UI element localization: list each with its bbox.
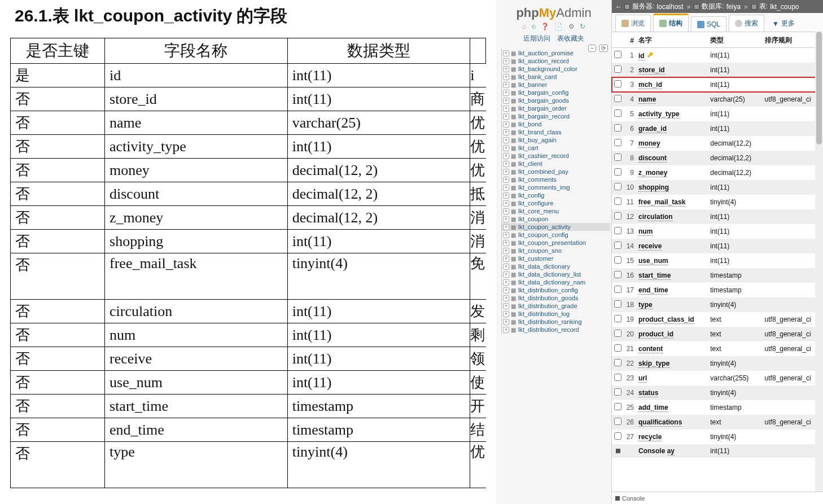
expand-icon[interactable]: + [503, 327, 509, 333]
column-name[interactable]: product_id [638, 330, 673, 339]
name-cell[interactable]: store_id [636, 63, 708, 77]
expand-icon[interactable]: + [503, 256, 509, 262]
row-checkbox[interactable] [614, 388, 621, 396]
row-checkbox[interactable] [614, 198, 621, 205]
name-cell[interactable]: product_id [636, 327, 708, 341]
expand-icon[interactable]: + [503, 200, 509, 207]
col-header-type[interactable]: 类型 [708, 32, 762, 48]
tree-item-lkt_coupon[interactable]: +▦lkt_coupon [502, 215, 610, 223]
column-name[interactable]: grade_id [638, 125, 667, 133]
chk-cell[interactable] [612, 165, 624, 180]
chk-cell[interactable] [612, 77, 624, 92]
console-bar[interactable]: Console [612, 492, 823, 504]
expand-icon[interactable]: + [503, 82, 509, 88]
row-checkbox[interactable] [614, 300, 621, 308]
sql-icon[interactable]: 📄 [554, 23, 563, 30]
chk-cell[interactable] [612, 63, 624, 77]
tree-item-lkt_bank_card[interactable]: +▦lkt_bank_card [502, 73, 610, 81]
column-name[interactable]: skip_type [638, 360, 669, 368]
expand-icon[interactable]: + [503, 279, 509, 286]
name-cell[interactable]: num [636, 224, 708, 239]
col-header-name[interactable]: 名字 [636, 32, 708, 48]
column-name[interactable]: num [638, 227, 653, 236]
tree-item-lkt_combined_pay[interactable]: +▦lkt_combined_pay [502, 168, 610, 176]
column-row[interactable]: Console ayint(11) [612, 444, 823, 458]
tab-sql[interactable]: SQL [691, 16, 726, 32]
tree-item-lkt_bargain_record[interactable]: +▦lkt_bargain_record [502, 112, 610, 120]
expand-icon[interactable]: + [503, 287, 509, 293]
tree-item-lkt_bargain_order[interactable]: +▦lkt_bargain_order [502, 104, 610, 112]
tree-item-lkt_bargain_config[interactable]: +▦lkt_bargain_config [502, 89, 610, 97]
name-cell[interactable]: start_time [636, 268, 708, 283]
chk-cell[interactable] [612, 356, 624, 371]
column-name[interactable]: discount [638, 154, 667, 163]
expand-icon[interactable]: + [503, 232, 509, 238]
name-cell[interactable]: use_num [636, 253, 708, 268]
chk-cell[interactable] [612, 253, 624, 268]
tree-item-lkt_buy_again[interactable]: +▦lkt_buy_again [502, 136, 610, 144]
name-cell[interactable]: id [636, 48, 708, 63]
expand-icon[interactable]: + [503, 208, 509, 214]
chk-cell[interactable] [612, 371, 624, 385]
chk-cell[interactable] [612, 48, 624, 63]
tree-item-lkt_coupon_presentation[interactable]: +▦lkt_coupon_presentation [502, 239, 610, 247]
column-row[interactable]: 13numint(11) [612, 224, 823, 239]
row-checkbox[interactable] [614, 344, 621, 352]
settings-icon[interactable]: ⚙ [568, 23, 575, 30]
recent-link[interactable]: 近期访问 [523, 34, 550, 43]
column-row[interactable]: 22skip_typetinyint(4) [612, 356, 823, 371]
column-row[interactable]: 18typetinyint(4) [612, 297, 823, 312]
expand-icon[interactable]: + [503, 121, 509, 128]
expand-icon[interactable]: + [503, 113, 509, 120]
column-name[interactable]: z_money [638, 169, 667, 177]
name-cell[interactable]: receive [636, 239, 708, 253]
breadcrumb-table[interactable]: lkt_coupo [770, 3, 799, 11]
name-cell[interactable]: activity_type [636, 107, 708, 121]
expand-icon[interactable]: + [503, 98, 509, 104]
docs-icon[interactable]: ❓ [541, 23, 549, 30]
row-checkbox[interactable] [614, 271, 621, 278]
home-icon[interactable]: ⌂ [522, 23, 526, 30]
expand-icon[interactable]: + [503, 185, 509, 191]
tab-structure[interactable]: 结构 [653, 14, 689, 32]
chk-cell[interactable] [612, 92, 624, 107]
column-name[interactable]: store_id [638, 66, 665, 74]
breadcrumb-server[interactable]: localhost [656, 3, 683, 11]
column-row[interactable]: 19product_class_idtextutf8_general_ci [612, 312, 823, 327]
column-row[interactable]: 12circulationint(11) [612, 209, 823, 224]
fav-link[interactable]: 表收藏夹 [557, 34, 584, 43]
row-checkbox[interactable] [614, 168, 621, 176]
expand-icon[interactable]: + [503, 153, 509, 159]
name-cell[interactable]: product_class_id [636, 312, 708, 327]
tab-browse[interactable]: 浏览 [615, 15, 651, 32]
vertical-scrollbar[interactable] [815, 32, 823, 492]
expand-icon[interactable]: + [503, 319, 509, 325]
expand-icon[interactable]: + [503, 295, 509, 301]
chk-cell[interactable] [612, 151, 624, 165]
expand-icon[interactable]: + [503, 74, 509, 80]
name-cell[interactable]: qualifications [636, 415, 708, 430]
tree-item-lkt_bargain_goods[interactable]: +▦lkt_bargain_goods [502, 97, 610, 104]
column-row[interactable]: 27recycletinyint(4) [612, 430, 823, 444]
name-cell[interactable]: discount [636, 151, 708, 165]
column-name[interactable]: recycle [638, 433, 662, 441]
chk-cell[interactable] [612, 209, 624, 224]
tree-item-lkt_distribution_grade[interactable]: +▦lkt_distribution_grade [502, 302, 610, 310]
tree-item-lkt_banner[interactable]: +▦lkt_banner [502, 81, 610, 89]
column-row[interactable]: 11free_mail_tasktinyint(4) [612, 195, 823, 209]
row-checkbox[interactable] [614, 315, 621, 322]
expand-icon[interactable]: + [503, 137, 509, 143]
chk-cell[interactable] [612, 444, 624, 458]
row-checkbox[interactable] [614, 330, 621, 337]
expand-icon[interactable]: + [503, 145, 509, 151]
tree-item-lkt_data_dictionary_nam[interactable]: +▦lkt_data_dictionary_nam [502, 278, 610, 286]
chk-cell[interactable] [612, 415, 624, 430]
row-checkbox[interactable] [614, 418, 621, 425]
name-cell[interactable]: circulation [636, 209, 708, 224]
name-cell[interactable]: shopping [636, 180, 708, 195]
column-row[interactable]: 2store_idint(11) [612, 63, 823, 77]
row-checkbox[interactable] [614, 403, 621, 410]
expand-icon[interactable]: + [503, 58, 509, 64]
tree-item-lkt_coupon_sno[interactable]: +▦lkt_coupon_sno [502, 247, 610, 255]
tree-item-lkt_client[interactable]: +▦lkt_client [502, 160, 610, 168]
